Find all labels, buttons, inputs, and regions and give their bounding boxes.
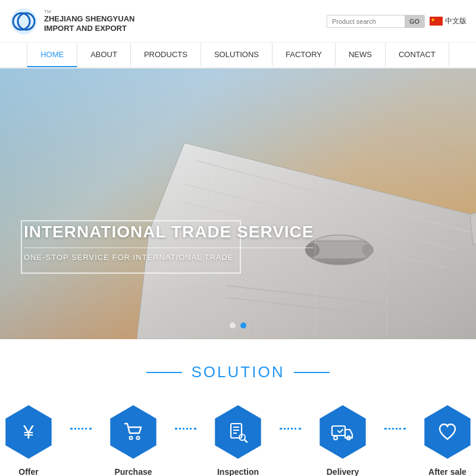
header: TM ZHEJIANG SHENGYUAN IMPORT AND EXPORT … <box>0 0 476 43</box>
offer-title: Offer <box>18 467 38 476</box>
purchase-title: Purchase <box>114 467 152 476</box>
cart-icon <box>123 421 144 443</box>
offer-hexagon: ¥ <box>2 405 55 459</box>
search-button[interactable]: GO <box>405 15 424 27</box>
nav-link-products[interactable]: PRODUCTS <box>131 43 201 66</box>
nav-link-factory[interactable]: FACTORY <box>273 43 336 66</box>
slider-dot-1[interactable] <box>230 322 236 328</box>
inspection-hexagon <box>211 405 265 459</box>
solution-item-aftersale: After sale We will provide after-sales s… <box>406 405 476 476</box>
nav-list: HOME ABOUT PRODUCTS SOLUTIONS FACTORY NE… <box>0 43 476 67</box>
nav-link-solutions[interactable]: SOLUTIONS <box>201 43 273 66</box>
logo-tm: TM <box>44 9 134 14</box>
delivery-icon <box>331 421 355 443</box>
offer-icon: ¥ <box>23 422 34 441</box>
logo-text: TM ZHEJIANG SHENGYUAN IMPORT AND EXPORT <box>44 9 134 33</box>
connector-1 <box>70 428 92 430</box>
solution-item-offer: ¥ Offer We provide customers with a comp… <box>0 405 70 476</box>
nav-item-contact[interactable]: CONTACT <box>386 43 449 67</box>
search-input[interactable] <box>327 15 405 27</box>
company-name-line1: ZHEJIANG SHENGYUAN <box>44 14 134 24</box>
main-nav: HOME ABOUT PRODUCTS SOLUTIONS FACTORY NE… <box>0 43 476 68</box>
dotted-line-3 <box>280 428 301 430</box>
connector-4 <box>384 428 406 430</box>
hero-title: INTERNATIONAL TRADE SERVICE <box>24 223 314 242</box>
heart-icon <box>437 421 458 443</box>
connector-2 <box>175 428 196 430</box>
solution-item-delivery: Delivery We will organize and coordinate… <box>301 405 384 476</box>
hero-text-area: INTERNATIONAL TRADE SERVICE ONE-STOP SER… <box>24 223 314 262</box>
purchase-hexagon <box>107 405 160 459</box>
hero-banner: INTERNATIONAL TRADE SERVICE ONE-STOP SER… <box>0 68 476 339</box>
solution-item-inspection: Inspection We will carried out necessary… <box>196 405 280 476</box>
nav-link-home[interactable]: HOME <box>27 43 77 67</box>
nav-item-solutions[interactable]: SOLUTIONS <box>201 43 273 67</box>
solution-items: ¥ Offer We provide customers with a comp… <box>12 405 464 476</box>
nav-link-news[interactable]: NEWS <box>336 43 386 66</box>
slider-dots <box>230 322 246 328</box>
nav-link-about[interactable]: ABOUT <box>77 43 131 66</box>
logo-icon <box>10 7 38 36</box>
company-name-line2: IMPORT AND EXPORT <box>44 24 134 33</box>
language-switcher[interactable]: 中文版 <box>430 16 466 26</box>
svg-point-18 <box>130 437 133 440</box>
logo-area: TM ZHEJIANG SHENGYUAN IMPORT AND EXPORT <box>10 7 134 36</box>
nav-link-contact[interactable]: CONTACT <box>386 43 449 66</box>
solution-title: SOLUTION <box>12 363 464 381</box>
nav-item-products[interactable]: PRODUCTS <box>131 43 201 67</box>
language-label: 中文版 <box>445 16 466 26</box>
header-right: GO 中文版 <box>327 15 466 28</box>
nav-item-factory[interactable]: FACTORY <box>273 43 336 67</box>
solution-section: SOLUTION ¥ Offer We provide customers wi… <box>0 339 476 476</box>
hero-subtitle: ONE-STOP SERVICE FOR INTERNATIONAL TRADE <box>24 248 314 262</box>
svg-point-0 <box>11 8 37 35</box>
connector-3 <box>280 428 301 430</box>
inspection-icon <box>227 421 249 443</box>
search-box[interactable]: GO <box>327 15 425 28</box>
svg-point-27 <box>334 436 337 440</box>
svg-point-19 <box>137 437 140 440</box>
delivery-title: Delivery <box>327 467 359 476</box>
slider-dot-2[interactable] <box>240 322 246 328</box>
solution-item-purchase: Purchase We provide customers with a com… <box>92 405 175 476</box>
delivery-hexagon <box>316 405 369 459</box>
dotted-line-4 <box>384 428 406 430</box>
nav-item-news[interactable]: NEWS <box>336 43 386 67</box>
dotted-line-2 <box>175 428 196 430</box>
nav-item-about[interactable]: ABOUT <box>77 43 131 67</box>
dotted-line-1 <box>70 428 92 430</box>
svg-point-10 <box>362 244 374 256</box>
china-flag-icon <box>430 17 443 26</box>
svg-line-25 <box>245 440 247 442</box>
aftersale-hexagon <box>421 405 474 459</box>
aftersale-title: After sale <box>428 467 466 476</box>
inspection-title: Inspection <box>217 467 259 476</box>
nav-item-home[interactable]: HOME <box>27 43 77 67</box>
